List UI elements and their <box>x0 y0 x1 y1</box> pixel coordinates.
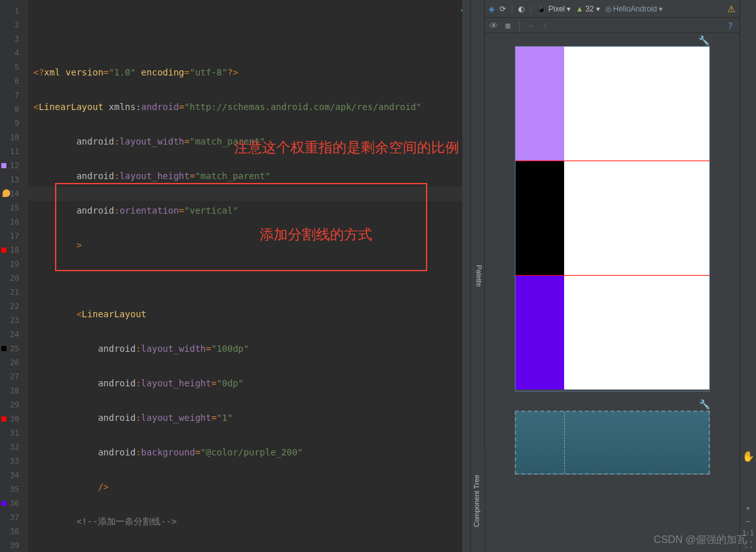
gutter-line: 36 <box>0 496 28 510</box>
grid-icon[interactable]: ▦ <box>503 20 513 31</box>
gutter-line: 15 <box>0 201 28 215</box>
gutter-line: 25 <box>0 342 28 356</box>
gutter-line: 39 <box>0 539 28 552</box>
night-icon[interactable]: ◐ <box>518 4 524 13</box>
gutter-line: 34 <box>0 468 28 482</box>
gutter-line: 22 <box>0 299 28 313</box>
gutter-line: 7 <box>0 88 28 102</box>
zoom-in-button[interactable]: + <box>746 504 750 513</box>
annotation-weight: 注意这个权重指的是剩余空间的比例 <box>234 138 459 157</box>
current-line-highlight <box>28 187 470 201</box>
theme-selector[interactable]: ◎ HelloAndroid ▾ <box>605 4 663 13</box>
preview-options-icon[interactable]: 🔧 <box>698 35 709 45</box>
gutter-line: 33 <box>0 454 28 468</box>
design-toolbar2: 👁 ▦ | ↔ ↕ ? <box>485 18 739 33</box>
gutter-line: 24 <box>0 327 28 342</box>
gutter: 1234567891011121314151617181920212223242… <box>0 0 28 552</box>
layout-row-2 <box>516 161 709 275</box>
code-editor[interactable]: 1234567891011121314151617181920212223242… <box>0 0 470 552</box>
layout-row-3 <box>516 276 709 390</box>
annotation-divider: 添加分割线的方式 <box>260 225 372 244</box>
blueprint-preview[interactable] <box>515 411 710 475</box>
gutter-line: 3 <box>0 32 28 46</box>
gutter-line: 35 <box>0 482 28 496</box>
design-surface[interactable]: 🔧 🔧 <box>485 33 739 552</box>
gutter-line: 11 <box>0 145 28 159</box>
gutter-line: 26 <box>0 356 28 370</box>
device-selector[interactable]: 📱 Pixel ▾ <box>537 4 571 13</box>
gutter-line: 31 <box>0 426 28 440</box>
gutter-line: 9 <box>0 116 28 130</box>
gutter-line: 23 <box>0 313 28 327</box>
gutter-line: 37 <box>0 510 28 524</box>
design-toolbar: ◈ ⟳ | ◐ | 📱 Pixel ▾ ▲ 32 ▾ ◎ HelloAndroi… <box>485 0 739 18</box>
eye-icon[interactable]: 👁 <box>489 20 499 31</box>
watermark: CSDN @倔强的加瓦 <box>654 533 747 547</box>
api-selector[interactable]: ▲ 32 ▾ <box>576 4 599 13</box>
zoom-controls: ✋ + − 1:1 ⛶ <box>739 0 756 552</box>
device-preview[interactable]: 🔧 <box>515 46 710 391</box>
help-icon[interactable]: ? <box>725 20 736 31</box>
gutter-line: 28 <box>0 384 28 398</box>
gutter-line: 2 <box>0 18 28 32</box>
warning-icon[interactable]: ⚠ <box>727 4 736 14</box>
orientation-icon[interactable]: ⟳ <box>500 4 506 13</box>
gutter-line: 10 <box>0 130 28 145</box>
component-tree-tab[interactable]: Component Tree <box>471 450 485 552</box>
gutter-line: 16 <box>0 215 28 229</box>
scrollbar[interactable] <box>462 0 470 552</box>
gutter-line: 30 <box>0 412 28 426</box>
arrow-left-icon[interactable]: ↔ <box>526 20 536 31</box>
pan-icon[interactable]: ✋ <box>742 450 755 462</box>
blueprint-options-icon[interactable]: 🔧 <box>699 399 710 409</box>
gutter-line: 13 <box>0 173 28 187</box>
gutter-line: 21 <box>0 285 28 299</box>
gutter-line: 4 <box>0 46 28 60</box>
gutter-line: 27 <box>0 370 28 384</box>
gutter-line: 17 <box>0 229 28 243</box>
code-area[interactable]: ✓ <?xml version="1.0" encoding="utf-8"?>… <box>28 0 470 552</box>
gutter-line: 38 <box>0 524 28 539</box>
gutter-line: 19 <box>0 257 28 271</box>
gutter-line: 32 <box>0 440 28 454</box>
gutter-line: 1 <box>0 4 28 18</box>
zoom-out-button[interactable]: − <box>746 517 750 526</box>
gutter-line: 12 <box>0 159 28 173</box>
gutter-line: 18 <box>0 243 28 257</box>
layout-row-1 <box>516 47 709 161</box>
gutter-line: 20 <box>0 271 28 285</box>
gutter-line: 8 <box>0 102 28 116</box>
gutter-line: 6 <box>0 74 28 88</box>
gutter-line: 29 <box>0 398 28 412</box>
gutter-line: 14 <box>0 187 28 201</box>
gutter-line: 5 <box>0 60 28 74</box>
surface-icon[interactable]: ◈ <box>489 4 494 13</box>
lightbulb-icon <box>3 189 10 197</box>
arrow-up-icon[interactable]: ↕ <box>540 20 550 31</box>
